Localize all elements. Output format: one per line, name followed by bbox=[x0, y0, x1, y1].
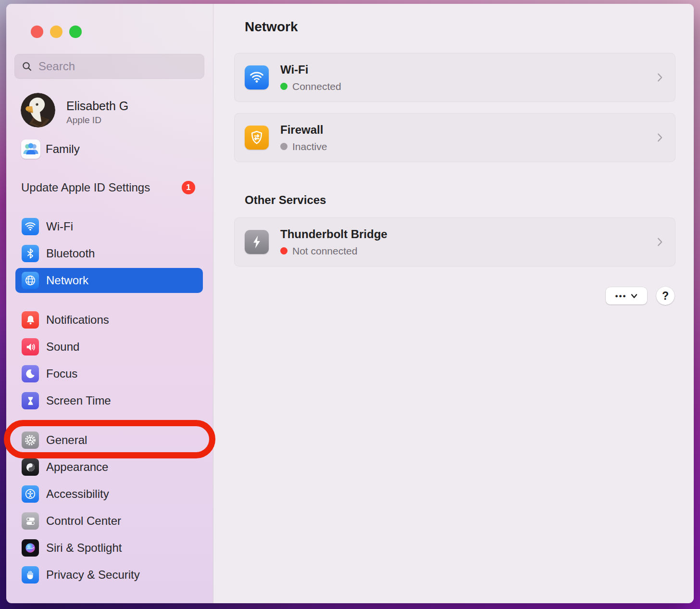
chevron-down-icon bbox=[631, 293, 638, 299]
wifi-icon bbox=[22, 218, 39, 235]
service-title: Wi-Fi bbox=[280, 63, 654, 76]
page-title: Network bbox=[245, 19, 298, 35]
update-apple-id-settings[interactable]: Update Apple ID Settings 1 bbox=[21, 180, 204, 195]
sidebar-item-wifi[interactable]: Wi-Fi bbox=[15, 214, 203, 239]
control-center-icon bbox=[22, 512, 39, 530]
appearance-icon bbox=[22, 458, 39, 476]
siri-icon bbox=[22, 539, 39, 557]
sidebar-item-network[interactable]: Network bbox=[15, 268, 203, 293]
service-title: Thunderbolt Bridge bbox=[280, 228, 654, 241]
status-dot bbox=[280, 83, 288, 90]
apple-id-subtitle: Apple ID bbox=[66, 115, 101, 126]
chevron-right-icon bbox=[654, 72, 665, 83]
family-icon bbox=[21, 140, 40, 159]
other-services-heading: Other Services bbox=[245, 193, 326, 207]
status-dot bbox=[280, 143, 288, 150]
ellipsis-icon: ••• bbox=[615, 292, 627, 300]
zoom-button[interactable] bbox=[69, 25, 82, 38]
avatar[interactable] bbox=[21, 93, 55, 127]
wifi-icon bbox=[245, 65, 269, 89]
status-text: Not connected bbox=[292, 245, 357, 257]
hourglass-icon bbox=[22, 392, 39, 409]
service-title: Firewall bbox=[280, 123, 654, 137]
bell-icon bbox=[22, 311, 39, 329]
minimize-button[interactable] bbox=[50, 25, 62, 38]
status-dot bbox=[280, 247, 288, 254]
sidebar: Elisabeth G Apple ID Family Update Ap bbox=[6, 4, 213, 603]
system-settings-window: Elisabeth G Apple ID Family Update Ap bbox=[6, 4, 694, 603]
screen: Elisabeth G Apple ID Family Update Ap bbox=[0, 0, 700, 609]
search-input[interactable] bbox=[38, 60, 198, 73]
sidebar-item-family[interactable]: Family bbox=[21, 138, 204, 161]
network-row-thunderbolt-bridge[interactable]: Thunderbolt Bridge Not connected bbox=[234, 217, 675, 266]
close-button[interactable] bbox=[31, 25, 43, 38]
speaker-icon bbox=[22, 338, 39, 355]
sidebar-item-focus[interactable]: Focus bbox=[15, 361, 203, 386]
search-field[interactable] bbox=[14, 54, 204, 79]
sidebar-item-sound[interactable]: Sound bbox=[15, 334, 203, 359]
status-text: Connected bbox=[292, 81, 341, 92]
sidebar-item-bluetooth[interactable]: Bluetooth bbox=[15, 241, 203, 266]
bluetooth-icon bbox=[22, 245, 39, 262]
globe-icon bbox=[22, 272, 39, 289]
thunderbolt-icon bbox=[245, 230, 269, 254]
accessibility-icon bbox=[22, 485, 39, 503]
sidebar-item-accessibility[interactable]: Accessibility bbox=[15, 482, 203, 507]
network-pane: Network Wi-Fi Connected bbox=[213, 4, 694, 603]
chevron-right-icon bbox=[654, 132, 665, 143]
firewall-shield-icon bbox=[245, 126, 269, 150]
chevron-right-icon bbox=[654, 236, 665, 248]
apple-id-name[interactable]: Elisabeth G bbox=[66, 99, 128, 113]
sidebar-item-siri-spotlight[interactable]: Siri & Spotlight bbox=[15, 535, 203, 560]
status-text: Inactive bbox=[292, 141, 327, 152]
network-row-wifi[interactable]: Wi-Fi Connected bbox=[234, 53, 675, 102]
sidebar-item-notifications[interactable]: Notifications bbox=[15, 307, 203, 332]
sidebar-item-privacy-security[interactable]: Privacy & Security bbox=[15, 562, 203, 587]
sidebar-item-control-center[interactable]: Control Center bbox=[15, 508, 203, 533]
annotation-circle-general bbox=[4, 420, 215, 458]
network-row-firewall[interactable]: Firewall Inactive bbox=[234, 113, 675, 162]
notification-badge: 1 bbox=[182, 181, 195, 194]
search-icon bbox=[21, 61, 33, 72]
hand-icon bbox=[22, 566, 39, 584]
more-options-button[interactable]: ••• bbox=[606, 287, 647, 304]
sidebar-item-screen-time[interactable]: Screen Time bbox=[15, 388, 203, 413]
moon-icon bbox=[22, 365, 39, 382]
help-button[interactable]: ? bbox=[656, 287, 675, 305]
